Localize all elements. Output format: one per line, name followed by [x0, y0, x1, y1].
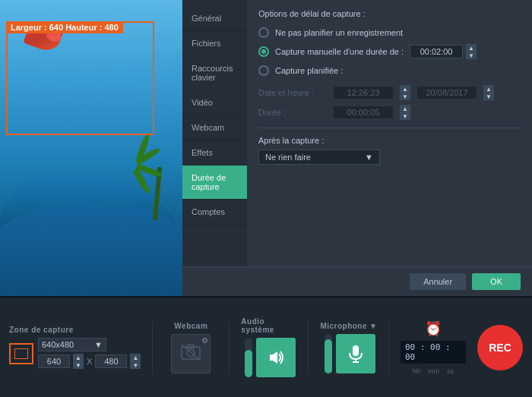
- content-area: Options de délai de capture : Ne pas pla…: [247, 0, 532, 266]
- after-dropdown[interactable]: Ne rien faire ▼: [258, 150, 380, 165]
- timer-mm: mm: [428, 367, 439, 375]
- webcam-label: Webcam: [174, 322, 207, 330]
- timer-ss: ss: [447, 367, 454, 375]
- width-input[interactable]: [38, 354, 70, 368]
- audio-button[interactable]: [256, 338, 296, 377]
- cancel-button[interactable]: Annuler: [410, 273, 466, 290]
- zone-controls: 640x480 ▼ ▲ ▼ X ▲ ▼: [9, 338, 141, 369]
- resolution-value: 640x480: [42, 340, 74, 349]
- height-spin-up[interactable]: ▲: [130, 354, 141, 361]
- spin-btn-2: ▲ ▼: [466, 44, 477, 59]
- camera-off-icon: [180, 343, 201, 364]
- mic-slider-bar[interactable]: [325, 334, 332, 373]
- mic-dropdown-arrow-icon[interactable]: ▼: [369, 322, 377, 330]
- svg-rect-3: [188, 345, 194, 348]
- height-input[interactable]: [95, 354, 127, 368]
- date-field: [416, 86, 477, 99]
- spin-up-date: ▲: [483, 85, 494, 93]
- zone-icon-inner: [14, 348, 28, 359]
- svg-marker-4: [270, 351, 277, 364]
- clock-icon: ⏰: [425, 320, 442, 337]
- sep-1: [152, 321, 153, 374]
- height-spin-down[interactable]: ▼: [130, 361, 141, 369]
- capture-box-label: Largeur : 640 Hauteur : 480: [6, 21, 123, 33]
- radio-3[interactable]: [258, 65, 269, 76]
- sidebar-item-general[interactable]: Général: [182, 6, 247, 31]
- microphone-icon: [346, 344, 366, 364]
- spin-up-2[interactable]: ▲: [466, 44, 477, 52]
- height-spin: ▲ ▼: [130, 354, 141, 369]
- radio-group: Ne pas planifier un enregistrement Captu…: [258, 27, 521, 76]
- sidebar-item-fichiers[interactable]: Fichiers: [182, 31, 247, 56]
- section-title: Options de délai de capture :: [258, 9, 521, 18]
- zone-icon[interactable]: [9, 343, 33, 364]
- spin-down-duree: ▼: [400, 112, 410, 120]
- bottom-toolbar: Zone de capture 640x480 ▼ ▲ ▼: [0, 296, 532, 397]
- spin-date: ▲ ▼: [483, 85, 494, 100]
- mic-label-row: Microphone ▼: [320, 322, 377, 330]
- spin-down-2[interactable]: ▼: [466, 52, 477, 59]
- radio-2[interactable]: [258, 46, 269, 57]
- rec-button[interactable]: REC: [477, 325, 523, 370]
- sidebar-item-comptes[interactable]: Comptes: [182, 200, 247, 225]
- date-label: Date et heure :: [258, 88, 327, 97]
- radio-3-label: Capture planifiée :: [275, 66, 343, 75]
- duree-label: Durée :: [258, 108, 327, 117]
- width-spin-up[interactable]: ▲: [73, 354, 84, 361]
- spin-duree: ▲ ▼: [400, 105, 410, 120]
- capture-box: Largeur : 640 Hauteur : 480: [6, 21, 154, 135]
- svg-rect-5: [353, 345, 359, 356]
- timer-labels: hh mm ss: [413, 367, 454, 375]
- radio-1[interactable]: [258, 27, 269, 38]
- mic-button[interactable]: [336, 334, 375, 373]
- duree-field-row: Durée : ▲ ▼: [258, 105, 521, 120]
- radio-row-3: Capture planifiée :: [258, 65, 521, 76]
- spin-down-date: ▼: [483, 93, 494, 100]
- audio-label: Audio système: [241, 317, 296, 334]
- resolution-arrow-icon: ▼: [94, 340, 103, 349]
- palm-area: [114, 129, 175, 220]
- bottom-buttons: Annuler OK: [182, 266, 532, 296]
- after-value: Ne rien faire: [265, 153, 311, 162]
- spin-up-time: ▲: [400, 85, 410, 93]
- app-container: Largeur : 640 Hauteur : 480 Général Fich…: [0, 0, 532, 397]
- ok-button[interactable]: OK: [472, 273, 521, 290]
- timer-hh: hh: [413, 367, 420, 375]
- palm-leaves: [133, 148, 171, 178]
- after-label: Après la capture :: [258, 136, 521, 145]
- spin-up-duree: ▲: [400, 105, 410, 112]
- dimension-row: ▲ ▼ X ▲ ▼: [38, 354, 141, 369]
- radio-row-2: Capture manuelle d'une durée de : ▲ ▼: [258, 44, 521, 59]
- dropdown-arrow-icon: ▼: [365, 153, 373, 162]
- duration-input[interactable]: [410, 45, 463, 58]
- sidebar-item-webcam[interactable]: Webcam: [182, 115, 247, 140]
- dimension-x: X: [87, 357, 92, 366]
- preview-area: Largeur : 640 Hauteur : 480: [0, 0, 182, 296]
- gear-icon: ⚙: [201, 336, 208, 345]
- spin-time: ▲ ▼: [400, 85, 410, 100]
- sidebar-item-raccourcis[interactable]: Raccourcis clavier: [182, 56, 247, 90]
- sep-2: [229, 321, 230, 374]
- webcam-section: Webcam ⚙: [164, 322, 217, 373]
- radio-2-label: Capture manuelle d'une durée de :: [275, 47, 404, 56]
- radio-row-1: Ne pas planifier un enregistrement: [258, 27, 521, 38]
- zone-section: Zone de capture 640x480 ▼ ▲ ▼: [9, 326, 141, 369]
- divider: [258, 128, 521, 128]
- time-input-row-2: ▲ ▼: [410, 44, 477, 59]
- width-spin-down[interactable]: ▼: [73, 361, 84, 369]
- sidebar-item-duree[interactable]: Durée de capture: [182, 165, 247, 200]
- audio-slider-fill: [245, 350, 252, 377]
- mic-section: Microphone ▼: [320, 322, 377, 373]
- timer-section: ⏰ 00 : 00 : 00 hh mm ss: [401, 320, 466, 375]
- time-field: [333, 86, 394, 99]
- audio-slider-bar[interactable]: [245, 338, 252, 377]
- sidebar-item-effets[interactable]: Effets: [182, 140, 247, 165]
- sep-3: [308, 321, 309, 374]
- sep-4: [388, 321, 389, 374]
- webcam-button[interactable]: ⚙: [171, 334, 211, 373]
- mic-slider-fill: [325, 339, 332, 373]
- width-spin: ▲ ▼: [73, 354, 84, 369]
- resolution-dropdown[interactable]: 640x480 ▼: [38, 338, 106, 351]
- settings-panel: Général Fichiers Raccourcis clavier Vidé…: [182, 0, 532, 296]
- sidebar-item-video[interactable]: Vidéo: [182, 90, 247, 115]
